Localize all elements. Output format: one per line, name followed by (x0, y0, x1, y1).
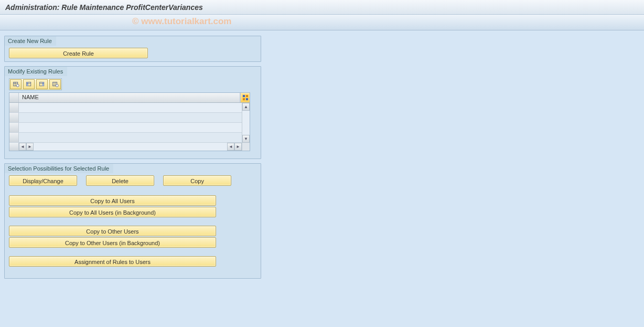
content-area: Create New Rule Create Rule Modify Exist… (0, 30, 644, 288)
assignment-rules-users-button[interactable]: Assignment of Rules to Users (9, 256, 216, 267)
table-row[interactable] (9, 103, 250, 113)
scroll-up-icon[interactable]: ▲ (242, 103, 250, 111)
table-row[interactable] (9, 133, 250, 143)
rules-grid: NAME ▲ ▼ ◄ ► (9, 92, 250, 151)
display-change-button[interactable]: Display/Change (9, 175, 77, 186)
delete-button[interactable]: Delete (86, 175, 154, 186)
scroll-down-icon[interactable]: ▼ (242, 135, 250, 143)
svg-rect-15 (243, 95, 245, 97)
svg-point-3 (16, 85, 19, 87)
grid-select-all[interactable] (9, 93, 19, 102)
svg-rect-17 (243, 98, 245, 100)
grid-horizontal-scrollbar: ◄ ► ◄ ► (9, 143, 250, 151)
grid-body (9, 103, 250, 143)
grid-settings-icon[interactable] (10, 79, 22, 89)
watermark-text: © www.tutorialkart.com (132, 16, 231, 27)
column-config-icon[interactable] (49, 79, 61, 89)
grid-toolbar (9, 78, 62, 90)
svg-rect-16 (246, 95, 248, 97)
table-row[interactable] (9, 113, 250, 123)
grid-configure-icon[interactable] (240, 93, 250, 102)
application-toolbar: © www.tutorialkart.com (0, 15, 644, 30)
groupbox-modify-rules: Modify Existing Rules NAME (4, 66, 261, 159)
column-right-icon[interactable] (36, 79, 48, 89)
page-title: Administration: Rule Maintenance ProfitC… (0, 0, 644, 15)
scroll-left-icon[interactable]: ◄ (19, 143, 26, 151)
svg-rect-18 (246, 98, 248, 100)
svg-rect-5 (26, 82, 28, 86)
grid-vertical-scrollbar[interactable]: ▲ ▼ (242, 103, 250, 143)
groupbox-title-create: Create New Rule (5, 36, 56, 46)
groupbox-title-selection: Selection Possibilities for Selected Rul… (5, 164, 113, 173)
grid-header: NAME (9, 93, 250, 103)
scroll-left-step-icon[interactable]: ◄ (227, 143, 234, 151)
groupbox-create-new-rule: Create New Rule Create Rule (4, 36, 261, 62)
svg-rect-8 (42, 82, 44, 86)
scroll-right-step-icon[interactable]: ► (26, 143, 34, 151)
groupbox-title-modify: Modify Existing Rules (5, 67, 67, 76)
table-row[interactable] (9, 123, 250, 133)
groupbox-selection-possibilities: Selection Possibilities for Selected Rul… (4, 163, 261, 279)
copy-to-all-users-button[interactable]: Copy to All Users (9, 195, 216, 206)
column-left-icon[interactable] (23, 79, 35, 89)
copy-button[interactable]: Copy (163, 175, 231, 186)
scroll-right-icon[interactable]: ► (234, 143, 242, 151)
grid-column-name[interactable]: NAME (19, 93, 240, 102)
copy-to-other-users-bg-button[interactable]: Copy to Other Users (in Background) (9, 237, 216, 248)
create-rule-button[interactable]: Create Rule (9, 48, 148, 58)
copy-to-all-users-bg-button[interactable]: Copy to All Users (in Background) (9, 207, 216, 217)
copy-to-other-users-button[interactable]: Copy to Other Users (9, 226, 216, 236)
svg-point-13 (56, 85, 58, 87)
